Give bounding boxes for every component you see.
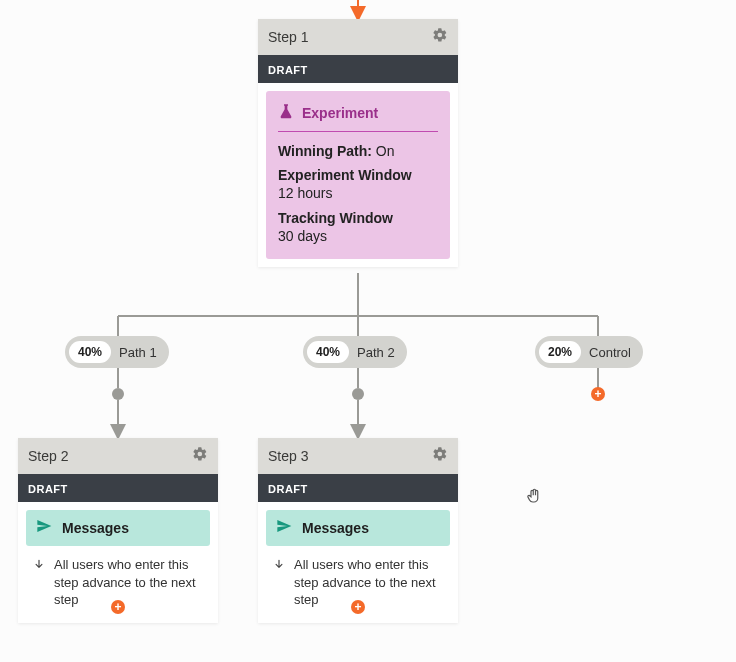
add-step-button[interactable]: + bbox=[591, 387, 605, 401]
arrow-down-icon bbox=[272, 556, 286, 576]
add-step-button[interactable]: + bbox=[351, 600, 365, 614]
hand-cursor-icon bbox=[525, 487, 543, 505]
send-icon bbox=[276, 518, 292, 538]
branch-label: Path 2 bbox=[357, 345, 395, 360]
winning-path-row: Winning Path: On bbox=[278, 142, 438, 160]
messages-block[interactable]: Messages bbox=[26, 510, 210, 546]
branch-pill-path2[interactable]: 40% Path 2 bbox=[303, 336, 407, 368]
status-badge: DRAFT bbox=[268, 483, 308, 495]
step-title: Step 2 bbox=[28, 448, 68, 464]
gear-icon[interactable] bbox=[192, 446, 208, 466]
step-1-card: Step 1 DRAFT Experiment Winning Path: On… bbox=[258, 19, 458, 267]
step-title: Step 1 bbox=[268, 29, 308, 45]
branch-pill-path1[interactable]: 40% Path 1 bbox=[65, 336, 169, 368]
arrow-down-icon bbox=[32, 556, 46, 576]
step-3-card: Step 3 DRAFT Messages All users who ente… bbox=[258, 438, 458, 623]
connector-dot bbox=[112, 388, 124, 400]
advance-text: All users who enter this step advance to… bbox=[294, 556, 444, 609]
status-badge: DRAFT bbox=[28, 483, 68, 495]
add-step-button[interactable]: + bbox=[111, 600, 125, 614]
connector-dot bbox=[352, 388, 364, 400]
branch-label: Path 1 bbox=[119, 345, 157, 360]
experiment-panel: Experiment Winning Path: On Experiment W… bbox=[266, 91, 450, 259]
branch-pct: 20% bbox=[539, 341, 581, 363]
gear-icon[interactable] bbox=[432, 27, 448, 47]
branch-pct: 40% bbox=[69, 341, 111, 363]
step-2-card: Step 2 DRAFT Messages All users who ente… bbox=[18, 438, 218, 623]
send-icon bbox=[36, 518, 52, 538]
branch-pct: 40% bbox=[307, 341, 349, 363]
messages-label: Messages bbox=[302, 520, 369, 536]
status-badge: DRAFT bbox=[268, 64, 308, 76]
experiment-label: Experiment bbox=[302, 105, 378, 121]
messages-block[interactable]: Messages bbox=[266, 510, 450, 546]
experiment-window-row: Experiment Window 12 hours bbox=[278, 166, 438, 202]
branch-pill-control[interactable]: 20% Control bbox=[535, 336, 643, 368]
tracking-window-row: Tracking Window 30 days bbox=[278, 209, 438, 245]
flask-icon bbox=[278, 103, 294, 123]
advance-text: All users who enter this step advance to… bbox=[54, 556, 204, 609]
branch-label: Control bbox=[589, 345, 631, 360]
gear-icon[interactable] bbox=[432, 446, 448, 466]
messages-label: Messages bbox=[62, 520, 129, 536]
step-title: Step 3 bbox=[268, 448, 308, 464]
